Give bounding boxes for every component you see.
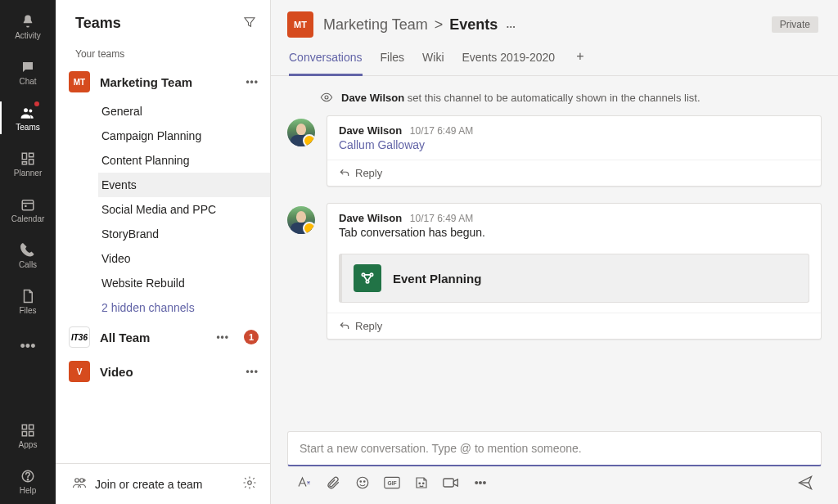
system-message: Dave Wilson set this channel to be autom… — [287, 88, 822, 115]
svg-point-27 — [419, 483, 421, 484]
channel-content-planning[interactable]: Content Planning — [98, 148, 270, 173]
meet-button[interactable] — [443, 475, 459, 491]
channel-video[interactable]: Video — [98, 246, 270, 271]
rail-files[interactable]: Files — [0, 278, 56, 324]
rail-calendar[interactable]: Calendar — [0, 187, 56, 232]
mention-link[interactable]: Callum Galloway — [339, 138, 425, 151]
svg-text:GIF: GIF — [387, 480, 396, 486]
bell-icon — [20, 13, 35, 29]
rail-calendar-label: Calendar — [11, 214, 45, 223]
hidden-channels-link[interactable]: 2 hidden channels — [98, 295, 270, 320]
channel-social-media[interactable]: Social Media and PPC — [98, 197, 270, 222]
notification-badge: 1 — [244, 330, 259, 344]
channels-list: General Campaign Planning Content Planni… — [56, 99, 270, 320]
calendar-icon — [20, 196, 35, 213]
svg-point-28 — [423, 483, 425, 484]
svg-point-24 — [364, 481, 366, 483]
rail-more[interactable]: ••• — [0, 324, 56, 370]
tab-wiki[interactable]: Wiki — [422, 46, 444, 76]
rail-calls-label: Calls — [19, 260, 37, 269]
svg-rect-9 — [22, 425, 26, 429]
app-rail: Activity Chat Teams Planner Calendar Cal… — [0, 0, 56, 504]
settings-button[interactable] — [242, 475, 257, 493]
message-group: Dave Wilson 10/17 6:49 AM Callum Gallowa… — [287, 115, 822, 187]
svg-rect-5 — [22, 161, 26, 164]
svg-rect-11 — [22, 431, 26, 435]
reply-button[interactable]: Reply — [327, 313, 821, 339]
channel-campaign-planning[interactable]: Campaign Planning — [98, 124, 270, 148]
emoji-button[interactable] — [354, 475, 371, 491]
svg-rect-8 — [25, 205, 26, 206]
tab-files[interactable]: Files — [381, 46, 405, 76]
add-tab-button[interactable]: + — [573, 49, 587, 72]
team-more-button[interactable]: ••• — [246, 76, 259, 88]
help-icon — [20, 468, 35, 484]
svg-point-18 — [325, 96, 328, 99]
rail-files-label: Files — [19, 306, 36, 315]
team-name: All Team — [100, 331, 150, 344]
rail-calls[interactable]: Calls — [0, 232, 56, 278]
send-button[interactable] — [797, 475, 813, 491]
message-author[interactable]: Dave Wilson — [339, 212, 402, 224]
message-timestamp: 10/17 6:49 AM — [410, 125, 473, 137]
rail-teams-label: Teams — [16, 123, 39, 132]
channel-general[interactable]: General — [98, 99, 270, 124]
rail-apps[interactable]: Apps — [0, 412, 56, 458]
svg-rect-29 — [444, 479, 454, 487]
svg-point-1 — [29, 109, 32, 112]
join-create-team-link[interactable]: Join or create a team — [95, 478, 203, 491]
compose-area: Start a new conversation. Type @ to ment… — [271, 425, 838, 504]
attachment-card[interactable]: Event Planning — [339, 254, 809, 303]
channel-website-rebuild[interactable]: Website Rebuild — [98, 271, 270, 295]
svg-point-15 — [75, 479, 79, 483]
channel-more-button[interactable]: … — [506, 19, 516, 30]
sticker-button[interactable] — [413, 475, 430, 491]
rail-planner-label: Planner — [14, 169, 42, 178]
breadcrumb-sep: > — [435, 16, 444, 34]
team-all-team[interactable]: IT36 All Team ••• 1 — [56, 320, 270, 354]
svg-rect-6 — [22, 200, 34, 209]
more-actions-button[interactable]: ••• — [472, 475, 489, 491]
svg-point-21 — [366, 281, 368, 283]
team-name: Marketing Team — [100, 75, 192, 89]
reply-label: Reply — [355, 320, 382, 332]
rail-help[interactable]: Help — [0, 458, 56, 504]
format-button[interactable] — [295, 475, 312, 491]
header-team-logo-icon: MT — [287, 11, 313, 38]
channel-tabs: Conversations Files Wiki Events 2019-202… — [271, 38, 838, 76]
tab-events-2019-2020[interactable]: Events 2019-2020 — [462, 46, 556, 76]
svg-rect-2 — [22, 153, 26, 160]
message-author[interactable]: Dave Wilson — [339, 124, 402, 137]
avatar[interactable] — [287, 119, 315, 146]
breadcrumb-team[interactable]: Marketing Team — [323, 16, 428, 34]
compose-input[interactable]: Start a new conversation. Type @ to ment… — [287, 431, 822, 466]
team-more-button[interactable]: ••• — [246, 366, 259, 377]
team-logo-icon: MT — [69, 71, 90, 92]
channel-events[interactable]: Events — [98, 173, 270, 197]
conversation-feed: Dave Wilson set this channel to be autom… — [271, 76, 838, 425]
system-author: Dave Wilson — [341, 92, 404, 104]
team-marketing-team[interactable]: MT Marketing Team ••• — [56, 65, 270, 99]
rail-planner[interactable]: Planner — [0, 141, 56, 187]
rail-teams[interactable]: Teams — [0, 95, 56, 141]
reply-arrow-icon — [339, 168, 350, 179]
reply-button[interactable]: Reply — [327, 160, 821, 186]
team-video[interactable]: V Video ••• — [56, 354, 270, 389]
team-name: Video — [100, 365, 133, 379]
channel-storybrand[interactable]: StoryBrand — [98, 222, 270, 246]
avatar[interactable] — [287, 206, 315, 234]
eye-icon — [320, 91, 333, 104]
svg-rect-4 — [29, 159, 34, 164]
svg-rect-12 — [29, 431, 34, 435]
rail-activity[interactable]: Activity — [0, 3, 56, 49]
filter-button[interactable] — [242, 15, 257, 32]
svg-rect-10 — [29, 425, 34, 429]
attach-button[interactable] — [325, 475, 341, 491]
rail-chat[interactable]: Chat — [0, 49, 56, 95]
rail-help-label: Help — [20, 486, 37, 495]
team-more-button[interactable]: ••• — [216, 331, 229, 343]
tab-conversations[interactable]: Conversations — [289, 46, 363, 76]
gif-button[interactable]: GIF — [384, 475, 400, 491]
svg-point-17 — [248, 481, 252, 485]
message-timestamp: 10/17 6:49 AM — [410, 213, 473, 224]
